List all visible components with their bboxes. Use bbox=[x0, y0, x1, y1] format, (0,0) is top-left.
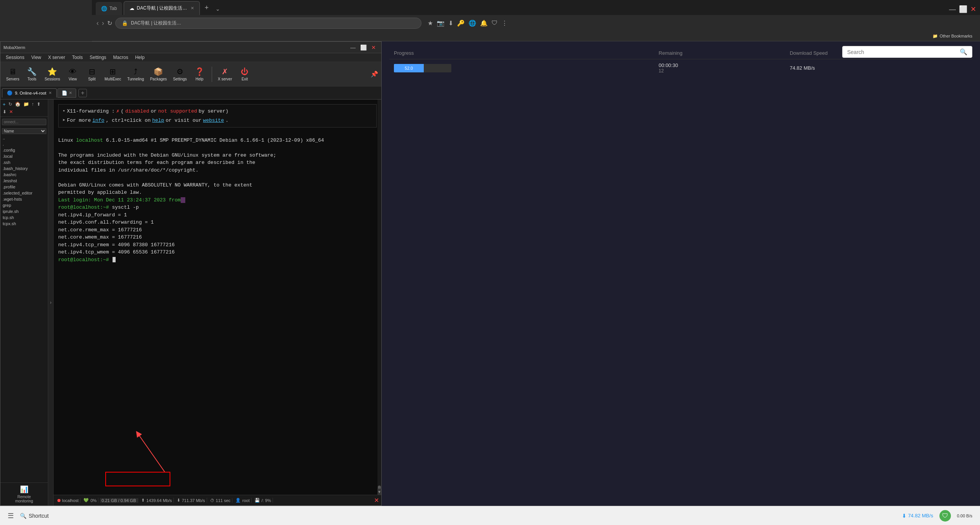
hamburger-icon[interactable]: ☰ bbox=[8, 512, 14, 520]
search-input[interactable] bbox=[847, 49, 957, 55]
mxt-minimize-button[interactable]: — bbox=[348, 44, 358, 51]
menu-view[interactable]: View bbox=[28, 54, 44, 61]
extension-icon-3[interactable]: 🛡 bbox=[492, 20, 498, 26]
bookmarks-bar: 📁 Other Bookmarks bbox=[92, 31, 980, 41]
browser-tab-inactive[interactable]: 🌐 Tab bbox=[96, 2, 122, 15]
help-link[interactable]: help bbox=[152, 117, 164, 124]
sysctl-out-6: net.ipv4.tcp_wmem = 4096 65536 16777216 bbox=[58, 249, 377, 256]
menu-tools[interactable]: Tools bbox=[69, 54, 86, 61]
menu-sessions[interactable]: Sessions bbox=[3, 54, 28, 61]
x11-or: or bbox=[151, 108, 157, 115]
x11-label: X11-forwarding : bbox=[67, 108, 115, 115]
tab-menu-button[interactable]: ⌄ bbox=[213, 4, 222, 13]
toolbar-sessions[interactable]: ⭐ Sessions bbox=[42, 66, 63, 82]
extension-icon-1[interactable]: 🔑 bbox=[457, 20, 465, 27]
info-link[interactable]: info bbox=[92, 117, 104, 124]
toolbar-exit[interactable]: ⏻ Exit bbox=[235, 66, 254, 82]
sidebar-path-select[interactable]: Name bbox=[2, 128, 46, 134]
toolbar-pin-icon[interactable]: 📌 bbox=[371, 70, 378, 78]
browser-tab-active[interactable]: ☁ DAC导航 | 让校园生活… ✕ bbox=[124, 1, 200, 15]
toolbar-settings[interactable]: ⚙ Settings bbox=[170, 66, 189, 82]
sidebar-download2-icon[interactable]: ⬇ bbox=[2, 108, 8, 115]
address-bar[interactable]: 🔒 DAC导航 | 让校园生活… bbox=[115, 18, 421, 29]
sidebar-new-icon[interactable]: + bbox=[2, 101, 7, 108]
nav-back-button[interactable]: ‹ bbox=[96, 19, 99, 27]
menu-settings[interactable]: Settings bbox=[87, 54, 109, 61]
terminal-area[interactable]: • X11-forwarding : ✗ ( disabled or not s… bbox=[54, 100, 381, 505]
mxt-tab-close-icon[interactable]: ✕ bbox=[49, 91, 52, 95]
sidebar-folder2-icon[interactable]: ✕ bbox=[8, 108, 14, 115]
toolbar-packages[interactable]: 📦 Packages bbox=[147, 66, 170, 82]
download-icon[interactable]: ⬇ bbox=[448, 20, 453, 27]
sidebar-file-item[interactable]: .config bbox=[0, 147, 48, 153]
sidebar-file-item[interactable]: . bbox=[0, 141, 48, 147]
notification-icon[interactable]: 🔔 bbox=[480, 20, 488, 27]
nav-forward-button[interactable]: › bbox=[102, 19, 104, 27]
cpu-icon: 💚 bbox=[83, 498, 89, 503]
sidebar-arrow-up-icon[interactable]: ↑ bbox=[31, 101, 35, 108]
sidebar-file-item[interactable]: tcpx.sh bbox=[0, 221, 48, 227]
mxt-maximize-button[interactable]: ⬜ bbox=[358, 44, 369, 51]
sidebar-file-item[interactable]: .profile bbox=[0, 184, 48, 190]
browser-chrome: 🌐 Tab ☁ DAC导航 | 让校园生活… ✕ + ⌄ — ⬜ ✕ ‹ › ↻… bbox=[92, 0, 980, 41]
sidebar-folder-icon[interactable]: 📁 bbox=[22, 101, 30, 108]
mxt-close-button[interactable]: ✕ bbox=[369, 44, 378, 51]
toolbar-tools[interactable]: 🔧 Tools bbox=[23, 66, 41, 82]
sidebar-file-item[interactable]: .lesshst bbox=[0, 178, 48, 184]
sidebar-home-icon[interactable]: 🏠 bbox=[14, 101, 22, 108]
menu-macros[interactable]: Macros bbox=[110, 54, 131, 61]
close-button[interactable]: ✕ bbox=[970, 5, 976, 13]
menu-xserver[interactable]: X server bbox=[45, 54, 69, 61]
status-cpu-text: 0% bbox=[90, 498, 96, 503]
toolbar-xserver[interactable]: ✗ X server bbox=[215, 66, 235, 82]
sidebar-file-item[interactable]: iprule.sh bbox=[0, 208, 48, 214]
sidebar-file-item[interactable]: grep bbox=[0, 202, 48, 208]
more-tools-icon[interactable]: ⋮ bbox=[501, 20, 508, 27]
sidebar-refresh-icon[interactable]: ↻ bbox=[7, 101, 13, 108]
sidebar-toggle-button[interactable]: › bbox=[48, 100, 54, 505]
mxt-tab-close2-icon[interactable]: ✕ bbox=[69, 91, 72, 95]
scrollbar-down-arrow[interactable]: ▼ bbox=[377, 489, 381, 495]
sidebar-select-area: Name bbox=[0, 126, 48, 135]
toolbar-tunneling[interactable]: ⤴ Tunneling bbox=[124, 66, 147, 82]
mxt-tab-secondary[interactable]: 📄 ✕ bbox=[57, 88, 76, 98]
extension-icon-2[interactable]: 🌐 bbox=[469, 20, 476, 27]
toolbar-help[interactable]: ❓ Help bbox=[190, 66, 209, 82]
minimize-button[interactable]: — bbox=[949, 5, 956, 13]
mxt-tab-active[interactable]: 🔵 9. Online-v4-root ✕ bbox=[2, 88, 57, 98]
toolbar-split[interactable]: ⊟ Split bbox=[83, 66, 101, 82]
status-host: localhost bbox=[56, 498, 80, 503]
search-icon[interactable]: 🔍 bbox=[960, 48, 967, 56]
bookmark-star-icon[interactable]: ★ bbox=[428, 20, 433, 27]
mobaxterm-menu-bar: Sessions View X server Tools Settings Ma… bbox=[0, 53, 381, 62]
website-link[interactable]: website bbox=[203, 117, 224, 124]
bookmarks-other[interactable]: 📁 Other Bookmarks bbox=[929, 33, 975, 39]
sidebar-search-input[interactable] bbox=[2, 119, 46, 125]
toolbar-servers[interactable]: 🖥 Servers bbox=[3, 66, 22, 82]
sidebar-file-item[interactable]: .bash_history bbox=[0, 165, 48, 172]
mxt-add-tab[interactable]: + bbox=[78, 89, 87, 97]
sidebar-file-item[interactable]: .bashrc bbox=[0, 172, 48, 178]
sidebar-file-item[interactable]: .selected_editor bbox=[0, 190, 48, 196]
antivirus-icon[interactable]: 🛡 bbox=[939, 510, 951, 522]
sidebar-file-item[interactable]: .wget-hsts bbox=[0, 196, 48, 202]
sidebar-file-item[interactable]: .local bbox=[0, 153, 48, 159]
new-tab-button[interactable]: + bbox=[201, 2, 212, 13]
tab-close-icon[interactable]: ✕ bbox=[191, 6, 194, 11]
sidebar-file-item[interactable]: .ssh bbox=[0, 159, 48, 165]
toolbar-view[interactable]: 👁 View bbox=[64, 66, 82, 82]
maximize-button[interactable]: ⬜ bbox=[959, 5, 967, 13]
shortcut-item[interactable]: 🔍 Shortcut bbox=[20, 513, 49, 519]
shortcut-search-icon: 🔍 bbox=[20, 513, 26, 519]
status-close-btn[interactable]: ✕ bbox=[374, 497, 379, 504]
nav-refresh-button[interactable]: ↻ bbox=[107, 20, 112, 27]
sidebar-file-item[interactable]: .. bbox=[0, 135, 48, 141]
menu-help[interactable]: Help bbox=[132, 54, 148, 61]
sidebar-upload-icon[interactable]: ⬆ bbox=[36, 101, 42, 108]
tab-label-1: Tab bbox=[109, 6, 117, 11]
toolbar-multiexec[interactable]: ⊞ MultiExec bbox=[102, 66, 124, 82]
search-box: 🔍 bbox=[842, 46, 972, 58]
terminal-scrollbar[interactable]: ▼ bbox=[377, 100, 381, 495]
sidebar-file-item[interactable]: tcp.sh bbox=[0, 214, 48, 221]
screenshot-icon[interactable]: 📷 bbox=[437, 20, 444, 27]
